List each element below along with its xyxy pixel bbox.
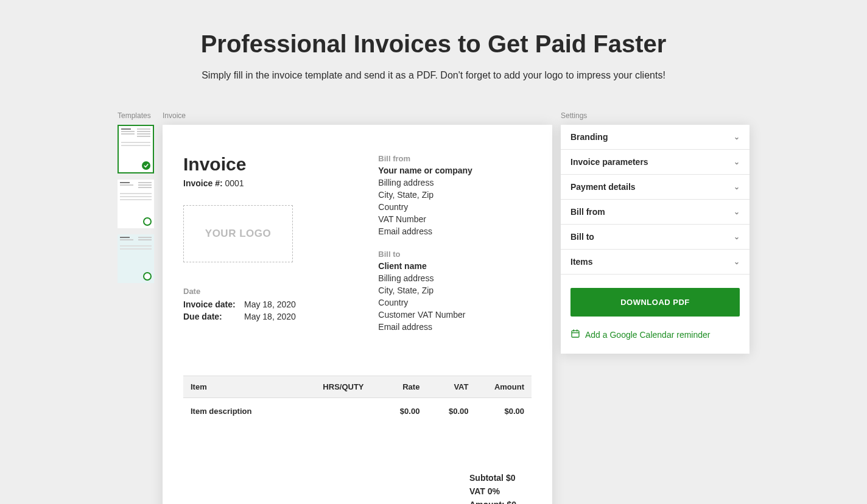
cell-amount[interactable]: $0.00 <box>476 398 532 425</box>
bill-to-email[interactable]: Email address <box>378 322 532 332</box>
chevron-down-icon: ⌄ <box>734 208 740 216</box>
due-date-value[interactable]: May 18, 2020 <box>244 312 296 321</box>
page-subtitle: Simply fill in the invoice template and … <box>0 70 867 81</box>
col-vat: VAT <box>427 376 476 398</box>
accordion-label: Branding <box>570 132 608 142</box>
bill-from-city[interactable]: City, State, Zip <box>378 190 532 200</box>
invoice-number-label: Invoice #: <box>183 178 223 188</box>
vat-line: VAT 0% <box>469 486 532 496</box>
bill-from-email[interactable]: Email address <box>378 226 532 236</box>
cell-rate[interactable]: $0.00 <box>378 398 427 425</box>
bill-from-address[interactable]: Billing address <box>378 178 532 187</box>
bill-to-name[interactable]: Client name <box>378 261 532 271</box>
invoice-preview: Invoice Invoice #: 0001 YOUR LOGO Date I… <box>163 125 552 504</box>
bill-to-vat[interactable]: Customer VAT Number <box>378 310 532 320</box>
col-amount: Amount <box>476 376 532 398</box>
due-date-label: Due date: <box>183 312 244 321</box>
svg-rect-2 <box>577 329 577 331</box>
bill-to-address[interactable]: Billing address <box>378 273 532 283</box>
accordion-label: Bill to <box>570 232 594 242</box>
svg-rect-3 <box>572 332 579 333</box>
table-row[interactable]: Item description $0.00 $0.00 $0.00 <box>183 398 532 425</box>
col-rate: Rate <box>378 376 427 398</box>
cell-vat[interactable]: $0.00 <box>427 398 476 425</box>
chevron-down-icon: ⌄ <box>734 257 740 266</box>
accordion-items[interactable]: Items ⌄ <box>561 250 749 275</box>
template-option-2[interactable] <box>118 180 154 228</box>
bill-from-country[interactable]: Country <box>378 202 532 212</box>
accordion-invoice-parameters[interactable]: Invoice parameters ⌄ <box>561 150 749 175</box>
accordion-branding[interactable]: Branding ⌄ <box>561 125 749 150</box>
accordion-bill-to[interactable]: Bill to ⌄ <box>561 225 749 250</box>
circle-icon <box>143 217 152 226</box>
chevron-down-icon: ⌄ <box>734 133 740 141</box>
chevron-down-icon: ⌄ <box>734 183 740 191</box>
chevron-down-icon: ⌄ <box>734 158 740 166</box>
invoice-heading[interactable]: Invoice <box>183 154 357 175</box>
accordion-payment-details[interactable]: Payment details ⌄ <box>561 175 749 200</box>
page-title: Professional Invoices to Get Paid Faster <box>0 30 867 58</box>
accordion-label: Payment details <box>570 182 636 192</box>
calendar-icon <box>570 329 580 340</box>
circle-icon <box>143 272 152 281</box>
bill-to-label: Bill to <box>378 250 532 259</box>
bill-to-city[interactable]: City, State, Zip <box>378 285 532 295</box>
settings-label: Settings <box>561 111 749 120</box>
logo-upload[interactable]: YOUR LOGO <box>183 205 293 262</box>
accordion-label: Invoice parameters <box>570 157 648 167</box>
invoice-label: Invoice <box>163 111 552 120</box>
svg-rect-1 <box>574 329 574 331</box>
bill-from-name[interactable]: Your name or company <box>378 166 532 175</box>
accordion-label: Items <box>570 257 593 267</box>
date-section-label: Date <box>183 287 357 296</box>
cell-qty[interactable] <box>315 398 378 425</box>
col-qty: HRS/QUTY <box>315 376 378 398</box>
chevron-down-icon: ⌄ <box>734 233 740 241</box>
svg-rect-0 <box>572 331 579 337</box>
invoice-date-label: Invoice date: <box>183 299 244 309</box>
templates-label: Templates <box>118 111 154 120</box>
subtotal-line: Subtotal $0 <box>469 473 532 483</box>
col-item: Item <box>183 376 315 398</box>
invoice-number-value[interactable]: 0001 <box>225 178 244 188</box>
bill-from-vat[interactable]: VAT Number <box>378 214 532 224</box>
cell-item[interactable]: Item description <box>183 398 315 425</box>
accordion-label: Bill from <box>570 207 605 217</box>
reminder-label: Add a Google Calendar reminder <box>585 330 710 340</box>
template-option-3[interactable] <box>118 234 154 283</box>
template-option-1[interactable] <box>118 125 154 173</box>
download-pdf-button[interactable]: DOWNLOAD PDF <box>570 288 740 317</box>
add-calendar-reminder-link[interactable]: Add a Google Calendar reminder <box>570 329 740 340</box>
items-table: Item HRS/QUTY Rate VAT Amount Item descr… <box>183 376 532 424</box>
amount-line: Amount: $0 <box>469 500 532 504</box>
check-icon <box>142 161 150 170</box>
bill-from-label: Bill from <box>378 154 532 163</box>
accordion-bill-from[interactable]: Bill from ⌄ <box>561 200 749 225</box>
bill-to-country[interactable]: Country <box>378 298 532 307</box>
invoice-date-value[interactable]: May 18, 2020 <box>244 299 296 309</box>
